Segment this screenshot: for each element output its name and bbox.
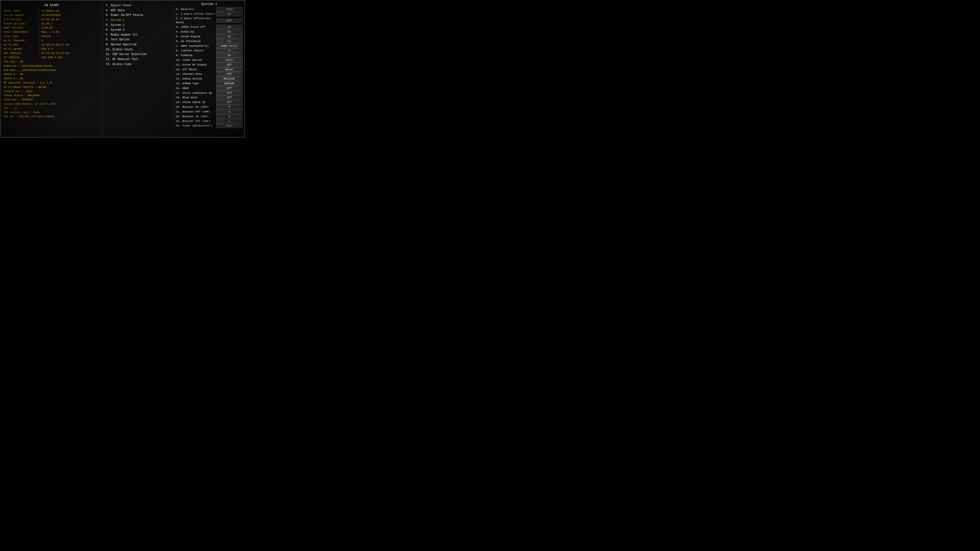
- sys-label: 8. Lipsync Adjust: [176, 48, 216, 53]
- info-row: Wi-Fi Channel: 5: [3, 38, 100, 43]
- middle-menu: 1. Adjust Check2. ADC Data3. Power On/Of…: [106, 3, 171, 67]
- info-plain: APP History Ver.: 3209: [3, 110, 100, 114]
- menu-item[interactable]: 13. Access Code: [106, 62, 171, 67]
- sys-label: 3. 15Min Force Off: [176, 25, 216, 29]
- info-plain: SIGN Key : PRODKEY: [3, 97, 100, 102]
- sys-row: 20. Booster On (VHF)0: [176, 105, 242, 110]
- sys-value: Auto: [216, 123, 242, 128]
- sys-value: On: [216, 53, 242, 58]
- sys-value: 0: [216, 48, 242, 53]
- sys-value: Off: [216, 62, 242, 67]
- sys-label: 15. NVRAM Type: [176, 81, 216, 86]
- info-value: : 10:08:C1:EE:37:0A: [38, 43, 69, 47]
- sys-value: On: [216, 29, 242, 34]
- sys-row: 17. Store Luminance UpOff: [176, 91, 242, 95]
- sys-label: 14. Debug Status: [176, 77, 216, 81]
- sys-row: 0. Baudrate9600: [176, 7, 242, 12]
- info-plain: Access USB Status: 1/-1(T)/-1(C): [3, 102, 100, 106]
- sys-label: 0. Baudrate: [176, 7, 216, 11]
- sys-row: 10. Tuner OptionAuto: [176, 58, 242, 62]
- info-value: : 04.30.09.01: [38, 17, 59, 22]
- menu-item[interactable]: 3. Power On/Off Status: [106, 13, 171, 18]
- sys-value: 0: [216, 105, 242, 110]
- info-label: MAC Address: [3, 51, 38, 55]
- middle-panel: 1. Adjust Check2. ADC Data3. Power On/Of…: [103, 1, 174, 137]
- info-label: Chip Type: [3, 34, 38, 38]
- info-row: EDID (RGB/HDMI): NULL / 0.02: [3, 30, 100, 34]
- sys-label: 17. Store Luminance Up: [176, 91, 216, 95]
- info-plain: UTT : 11: [3, 106, 100, 110]
- sys-label: 23. Booster Off (UHF): [176, 119, 216, 123]
- info-label: Wi-Fi Speed: [3, 47, 38, 51]
- sys-row: 9. DimmingOn: [176, 53, 242, 58]
- info-label: S/W Version: [3, 17, 38, 22]
- sys-row: 19. China Cable SOOff: [176, 100, 242, 105]
- info-plain: RF Receiver Version : 1,2,7,57: [3, 81, 100, 85]
- sys-row: 11. Atten RF SignalOff: [176, 62, 242, 67]
- menu-item[interactable]: 4. System 1: [106, 18, 171, 23]
- info-label: IP Address: [3, 55, 38, 60]
- menu-item[interactable]: 2. ADC Data: [106, 8, 171, 13]
- sys-value: On: [216, 34, 242, 39]
- sys-value: Off: [216, 95, 242, 100]
- info-value: : NULL / 0.02: [38, 30, 59, 34]
- info-value: : 3C:CD:93:23:24:EE: [38, 51, 69, 55]
- sys-label: 6. A2 Threshold: [176, 39, 216, 43]
- info-value: : USB 2.0: [38, 47, 53, 51]
- sys-label: 4. Audio EQ: [176, 30, 216, 34]
- info-row: BOOT Version: 3,04,02: [3, 25, 100, 30]
- sys-value: HDMI Port1: [216, 44, 242, 48]
- info-plain: Debug Status : RELEASE: [3, 93, 100, 97]
- menu-item[interactable]: 10. Stable Count: [106, 47, 171, 52]
- right-panel: System 1 0. Baudrate96001. 2 Hours Off(O…: [174, 1, 244, 137]
- menu-item[interactable]: 1. Adjust Check: [106, 3, 171, 8]
- info-row: S/W Version: 04.30.09.01: [3, 17, 100, 22]
- info-plain: Camera Ver. : NULL: [3, 89, 100, 94]
- info-value: : LG1311: [38, 34, 51, 38]
- menu-item[interactable]: 12. RF Remocon Test: [106, 57, 171, 62]
- sys-value: On: [216, 12, 242, 16]
- sys-label: 13. Channel Mute: [176, 72, 216, 76]
- info-value: : 407RAYB2N690: [38, 13, 61, 17]
- sys-row: 7. HDMI Sound(Port1)HDMI Port1: [176, 44, 242, 48]
- sys-row: 3. 15Min Force OffOn: [176, 25, 242, 29]
- sys-row: 6. A2 Threshold11: [176, 39, 242, 44]
- sys-label: 11. Atten RF Signal: [176, 63, 216, 67]
- sys-row: 18. Blue backOff: [176, 95, 242, 100]
- info-plain: Widevine : LGTV14CLGE001783781: [3, 64, 100, 68]
- info-plain: Wi-Fi/Magic Search : OK/OK: [3, 85, 100, 89]
- sys-row: 8. Lipsync Adjust0: [176, 48, 242, 53]
- sys-label: 12. UTT Reset: [176, 67, 216, 71]
- sys-value: Off: [216, 91, 242, 95]
- sys-value: 11: [216, 39, 242, 44]
- menu-item[interactable]: 5. System 2: [106, 23, 171, 28]
- sys-value: 0: [216, 114, 242, 119]
- info-row: Chip Type: LG1311: [3, 34, 100, 38]
- info-row: Model Name: 47LB650V-ZE: [3, 9, 100, 13]
- info-label: EDID (RGB/HDMI): [3, 30, 38, 34]
- menu-item[interactable]: 8. Test Option: [106, 37, 171, 42]
- info-row: Wi-Fi Speed: USB 2.0: [3, 47, 100, 51]
- menu-item[interactable]: 11. SDP Server Selection: [106, 52, 171, 57]
- info-label: MICOM Version: [3, 22, 38, 26]
- sys-value: On: [216, 25, 242, 29]
- sys-row: 5. Sound EngineOn: [176, 34, 242, 39]
- menu-item[interactable]: 9. Spread Spectrum: [106, 42, 171, 47]
- menu-item[interactable]: 7. Model Number D/L: [106, 32, 171, 38]
- sys-value: Off: [216, 71, 242, 76]
- info-plain: HDCP1.4 : OK: [3, 72, 100, 76]
- menu-item[interactable]: 6. System 3: [106, 27, 171, 32]
- sys-label: 10. Tuner Option: [176, 58, 216, 62]
- sys-row: 22. Booster On (UHF)0: [176, 114, 242, 119]
- info-plain: HDCP2.0 : OK: [3, 76, 100, 81]
- sys-row: 2. 2 Hours Off(Screen Mute)Off: [176, 16, 242, 25]
- info-value: : V3,00,7: [38, 22, 53, 26]
- sys-label: 1. 2 Hours Off(On Timer): [176, 12, 216, 16]
- left-info-rows: Model Name: 47LB650V-ZESerial Number: 40…: [3, 9, 100, 60]
- info-value: : 192.168.0.102: [38, 55, 63, 60]
- info-row: MICOM Version: V3,00,7: [3, 22, 100, 26]
- info-row: Serial Number: 407RAYB2N690: [3, 13, 100, 17]
- sys-row: 16. HDEVOff: [176, 86, 242, 91]
- sys-label: 21. Booster Off (VHF): [176, 110, 216, 114]
- sys-value: 0: [216, 119, 242, 124]
